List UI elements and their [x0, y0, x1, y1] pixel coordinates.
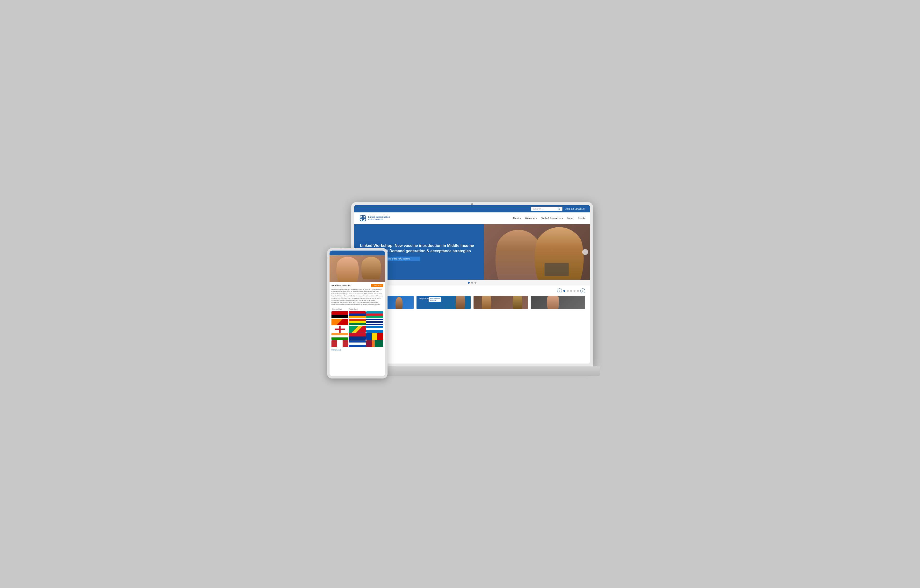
flags-grid — [332, 312, 383, 347]
flags-col1-label: Former Gavi — [332, 308, 342, 310]
card-person-right-1 — [395, 297, 403, 309]
tablet-member-header: Member Countries Learn More — [332, 284, 383, 287]
feature-card-2[interactable]: Perspectives ImmunisationNetwork Vaccine… — [416, 296, 471, 309]
feat-dot-4[interactable] — [573, 290, 575, 292]
nav-welcome[interactable]: Welcome ▾ — [525, 217, 537, 220]
card-person-left-2 — [456, 296, 465, 309]
features-prev-arrow[interactable]: ‹ — [557, 288, 562, 293]
flag-kiribati[interactable] — [349, 333, 366, 340]
flag-angola[interactable] — [332, 312, 348, 318]
feat-dot-1[interactable] — [564, 290, 565, 292]
hero-section: Linked Workshop: New vaccine introductio… — [354, 224, 590, 280]
features-cards: Perspectives Introduction: Demand vaccin… — [359, 296, 585, 309]
search-bar[interactable]: Search... 🔍 — [531, 207, 562, 211]
svg-rect-6 — [335, 328, 345, 330]
more-learn-link[interactable]: More Learn — [332, 349, 342, 351]
nav-links: About ▾ Welcome ▾ Tools & Resources ▾ — [513, 217, 585, 220]
site-nav: Linked Immunisation Action Network About… — [354, 212, 590, 224]
flag-georgia[interactable] — [332, 326, 348, 333]
flag-bolivia[interactable] — [349, 318, 366, 325]
logo-icon — [359, 214, 367, 222]
chevron-down-icon: ▾ — [520, 217, 521, 220]
tablet-flags-section: Former Gavi Never Gavi — [332, 308, 383, 351]
tablet-hero-image — [330, 255, 385, 282]
hero-next-arrow[interactable]: › — [582, 249, 588, 255]
tablet-hero-person1 — [335, 257, 360, 282]
laptop-camera — [471, 203, 473, 205]
laptop-device: Search... 🔍 Join our Email List — [351, 202, 593, 376]
nav-tools-resources[interactable]: Tools & Resources ▾ — [541, 217, 563, 220]
tablet-member-text: Member country engagement in Linked is d… — [332, 288, 383, 306]
flag-bhutan[interactable] — [332, 318, 348, 325]
tablet-device: Member Countries Learn More Member count… — [327, 248, 387, 378]
flag-moldova[interactable] — [366, 333, 383, 340]
hero-dot-1[interactable] — [468, 282, 470, 284]
hero-dot-3[interactable] — [475, 282, 476, 284]
flag-honduras[interactable] — [366, 326, 383, 333]
flag-guyana[interactable] — [349, 326, 366, 333]
feat-dot-5[interactable] — [577, 290, 579, 292]
flag-cuba[interactable] — [366, 318, 383, 325]
site-logo: Linked Immunisation Action Network — [359, 214, 390, 222]
feature-card-image-4 — [531, 296, 585, 309]
flag-el-salvador[interactable] — [349, 340, 366, 347]
features-header: Recent Features ‹ › — [359, 288, 585, 293]
card-person-left-4 — [547, 296, 559, 309]
laptop-screen: Search... 🔍 Join our Email List — [354, 205, 590, 363]
email-list-button[interactable]: Join our Email List — [565, 208, 585, 210]
flag-mongolia[interactable] — [332, 340, 348, 347]
flag-india[interactable] — [332, 333, 348, 340]
nav-events[interactable]: Events — [578, 217, 585, 220]
feature-card-body-3 — [473, 309, 528, 309]
tablet-topbar — [330, 250, 385, 255]
features-nav: ‹ › — [557, 288, 585, 293]
feature-card-3[interactable] — [473, 296, 528, 309]
feature-card-image-2: Perspectives ImmunisationNetwork — [416, 296, 471, 309]
scene: Search... 🔍 Join our Email List — [327, 202, 593, 386]
tablet-screen: Member Countries Learn More Member count… — [330, 250, 385, 376]
site-topbar: Search... 🔍 Join our Email List — [354, 205, 590, 212]
feature-badge-2: Perspectives — [418, 297, 430, 300]
logo-text: Linked Immunisation Action Network — [368, 216, 390, 221]
tablet-member-title: Member Countries — [332, 284, 351, 287]
feature-network-label: ImmunisationNetwork — [429, 297, 441, 302]
features-next-arrow[interactable]: › — [580, 288, 585, 293]
feature-card-image-3 — [473, 296, 528, 309]
hero-right: › — [484, 224, 590, 280]
card-person-left-3 — [482, 296, 491, 309]
hero-dots — [354, 280, 590, 286]
search-input[interactable]: Search... — [533, 207, 557, 210]
feature-card-4[interactable] — [531, 296, 585, 309]
flags-col2-label: Never Gavi — [349, 308, 358, 310]
hero-dot-2[interactable] — [471, 282, 473, 284]
tablet-hero-person2 — [360, 257, 382, 279]
nav-news[interactable]: News — [567, 217, 573, 220]
card-person-right-3 — [513, 296, 522, 309]
nav-about[interactable]: About ▾ — [513, 217, 521, 220]
tablet-learn-more-button[interactable]: Learn More — [371, 284, 383, 287]
feature-card-body-4 — [531, 309, 585, 309]
laptop-body: Search... 🔍 Join our Email List — [351, 202, 593, 367]
flag-azerbaijan[interactable] — [366, 312, 383, 318]
feature-card-body-2: Vaccine Introduction: Vaccine demand and… — [416, 309, 471, 309]
tablet-flags-header: Former Gavi Never Gavi — [332, 308, 383, 310]
hero-image — [484, 224, 590, 280]
flag-armenia[interactable] — [349, 312, 366, 318]
flag-srilanka[interactable] — [366, 340, 383, 347]
svg-point-3 — [363, 218, 366, 221]
chevron-down-icon: ▾ — [536, 217, 537, 220]
feat-dot-3[interactable] — [570, 290, 572, 292]
feat-dot-2[interactable] — [567, 290, 569, 292]
features-section: Recent Features ‹ › — [354, 286, 590, 312]
tablet-content: Member Countries Learn More Member count… — [330, 282, 385, 354]
search-icon[interactable]: 🔍 — [557, 208, 560, 210]
chevron-down-icon: ▾ — [562, 217, 563, 220]
hero-laptop-prop — [544, 263, 569, 276]
